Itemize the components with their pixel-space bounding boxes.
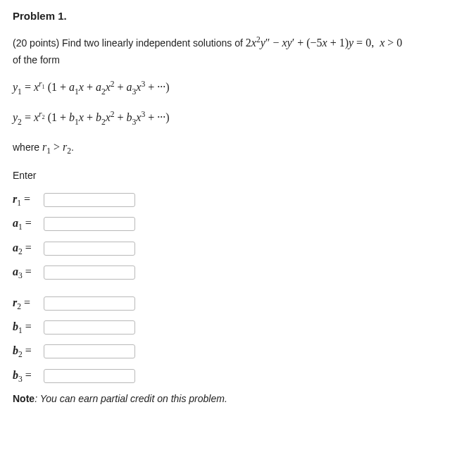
problem-statement: (20 points) Find two linearly independen… (13, 33, 463, 68)
note-bold: Note (13, 393, 35, 404)
input-b3[interactable] (44, 369, 135, 383)
input-r2[interactable] (44, 296, 135, 311)
intro-text-a: Find two linearly independent solutions … (59, 37, 246, 49)
points-text: (20 points) (13, 37, 59, 49)
problem-title: Problem 1. (13, 10, 463, 22)
label-b2: b2 = (13, 344, 44, 358)
input-r1[interactable] (44, 193, 135, 207)
label-b3: b3 = (13, 369, 44, 383)
y1-form: y1 = xr1 (1 + a1x + a2x2 + a3x3 + ···) (13, 77, 463, 98)
label-r2: r2 = (13, 296, 44, 311)
input-a2[interactable] (44, 242, 135, 256)
intro-text-b: of the form (13, 54, 60, 65)
y2-form: y2 = xr2 (1 + b1x + b2x2 + b3x3 + ···) (13, 108, 463, 128)
label-r1: r1 = (13, 193, 44, 207)
input-a3[interactable] (44, 265, 135, 280)
input-b1[interactable] (44, 320, 135, 335)
input-a1[interactable] (44, 217, 135, 231)
note-line: Note: You can earn partial credit on thi… (13, 393, 463, 404)
where-line: where r1 > r2. (13, 138, 463, 158)
label-a2: a2 = (13, 242, 44, 256)
label-a1: a1 = (13, 217, 44, 231)
enter-text: Enter (13, 168, 463, 183)
label-a3: a3 = (13, 265, 44, 280)
label-b1: b1 = (13, 320, 44, 335)
input-b2[interactable] (44, 344, 135, 358)
main-equation: 2x2y″ − xy′ + (−5x + 1)y = 0, x > 0 (246, 37, 403, 49)
note-text: : You can earn partial credit on this pr… (35, 393, 227, 404)
